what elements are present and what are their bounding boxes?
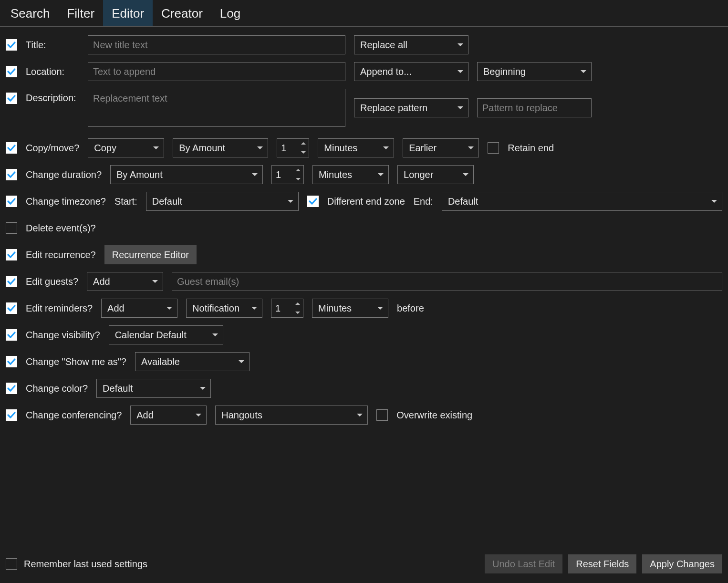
conferencing-checkbox[interactable]	[6, 409, 17, 421]
timezone-start-select[interactable]: Default	[146, 192, 299, 211]
chevron-down-icon	[252, 173, 258, 176]
title-mode-select[interactable]: Replace all	[354, 35, 468, 54]
description-pattern-input[interactable]	[477, 98, 592, 117]
reminders-mode-select[interactable]: Add	[101, 299, 177, 318]
conferencing-mode-select[interactable]: Add	[130, 406, 207, 425]
remember-settings-checkbox[interactable]	[6, 558, 17, 570]
color-label: Change color?	[26, 383, 88, 394]
recurrence-checkbox[interactable]	[6, 249, 17, 260]
chevron-down-icon	[257, 146, 263, 149]
description-input[interactable]	[88, 89, 345, 127]
color-select[interactable]: Default	[96, 379, 211, 398]
reminders-amount-input[interactable]	[271, 299, 292, 317]
duration-amount-spinner[interactable]	[271, 165, 304, 184]
spinner-down-button[interactable]	[298, 148, 309, 157]
reminders-label: Edit reminders?	[26, 303, 93, 314]
copymove-label: Copy/move?	[26, 143, 79, 154]
location-position-select[interactable]: Beginning	[477, 62, 592, 81]
showmeas-checkbox[interactable]	[6, 356, 17, 367]
timezone-start-label: Start:	[114, 196, 137, 207]
copymove-by-select[interactable]: By Amount	[173, 138, 268, 157]
timezone-label: Change timezone?	[26, 196, 106, 207]
chevron-down-icon	[200, 387, 206, 390]
reset-fields-button[interactable]: Reset Fields	[568, 554, 636, 573]
description-mode-select[interactable]: Replace pattern	[354, 98, 468, 117]
tab-editor[interactable]: Editor	[103, 0, 153, 26]
overwrite-existing-checkbox[interactable]	[376, 409, 388, 421]
location-checkbox[interactable]	[6, 66, 17, 77]
description-label: Description:	[26, 89, 79, 104]
conferencing-label: Change conferencing?	[26, 410, 122, 421]
copymove-direction-select[interactable]: Earlier	[403, 138, 479, 157]
visibility-select[interactable]: Calendar Default	[109, 325, 223, 344]
description-mode-value: Replace pattern	[360, 103, 427, 114]
spinner-up-button[interactable]	[293, 166, 303, 175]
reminders-checkbox[interactable]	[6, 302, 17, 314]
location-mode-select[interactable]: Append to...	[354, 62, 468, 81]
visibility-checkbox[interactable]	[6, 329, 17, 341]
chevron-down-icon	[377, 307, 383, 310]
different-end-zone-checkbox[interactable]	[307, 196, 319, 207]
reminders-unit-select[interactable]: Minutes	[312, 299, 388, 318]
duration-label: Change duration?	[26, 169, 102, 180]
chevron-down-icon	[468, 146, 474, 149]
showmeas-label: Change "Show me as"?	[26, 356, 126, 367]
spinner-up-button[interactable]	[292, 299, 303, 308]
delete-events-checkbox[interactable]	[6, 222, 17, 234]
duration-amount-input[interactable]	[272, 166, 293, 184]
recurrence-label: Edit recurrence?	[26, 250, 96, 260]
chevron-down-icon	[153, 146, 159, 149]
tab-creator[interactable]: Creator	[153, 0, 211, 26]
tab-filter[interactable]: Filter	[58, 0, 103, 26]
chevron-down-icon	[463, 173, 468, 176]
chevron-down-icon	[383, 146, 389, 149]
description-checkbox[interactable]	[6, 93, 17, 104]
spinner-down-button[interactable]	[292, 308, 303, 317]
title-checkbox[interactable]	[6, 39, 17, 51]
tab-search[interactable]: Search	[2, 0, 58, 26]
reminders-amount-spinner[interactable]	[271, 299, 303, 318]
copymove-unit-select[interactable]: Minutes	[318, 138, 394, 157]
copymove-amount-spinner[interactable]	[277, 138, 309, 157]
timezone-end-select[interactable]: Default	[442, 192, 722, 211]
chevron-down-icon	[581, 70, 586, 73]
showmeas-select[interactable]: Available	[135, 352, 250, 371]
location-input[interactable]	[88, 62, 345, 81]
overwrite-existing-label: Overwrite existing	[396, 410, 472, 421]
apply-changes-button[interactable]: Apply Changes	[642, 554, 722, 573]
visibility-label: Change visibility?	[26, 330, 100, 341]
color-checkbox[interactable]	[6, 383, 17, 394]
copymove-action-select[interactable]: Copy	[88, 138, 164, 157]
guests-mode-select[interactable]: Add	[87, 272, 163, 291]
spinner-up-button[interactable]	[298, 139, 309, 148]
reminders-type-select[interactable]: Notification	[186, 299, 262, 318]
chevron-down-icon	[711, 200, 717, 203]
duration-direction-select[interactable]: Longer	[397, 165, 474, 184]
tab-bar: Search Filter Editor Creator Log	[0, 0, 728, 27]
location-position-value: Beginning	[483, 66, 526, 77]
retain-end-checkbox[interactable]	[488, 142, 499, 154]
duration-checkbox[interactable]	[6, 169, 17, 180]
copymove-amount-input[interactable]	[277, 139, 298, 157]
tab-log[interactable]: Log	[211, 0, 249, 26]
guests-email-input[interactable]	[172, 272, 722, 291]
chevron-down-icon	[251, 307, 257, 310]
chevron-down-icon	[239, 360, 244, 363]
duration-by-select[interactable]: By Amount	[110, 165, 263, 184]
spinner-down-button[interactable]	[293, 175, 303, 184]
copymove-checkbox[interactable]	[6, 142, 17, 154]
conferencing-provider-select[interactable]: Hangouts	[215, 406, 368, 425]
undo-last-edit-button[interactable]: Undo Last Edit	[485, 554, 562, 573]
chevron-down-icon	[458, 43, 463, 46]
chevron-down-icon	[357, 414, 363, 416]
reminders-suffix-label: before	[397, 303, 424, 314]
guests-checkbox[interactable]	[6, 276, 17, 287]
timezone-checkbox[interactable]	[6, 196, 17, 207]
duration-unit-select[interactable]: Minutes	[312, 165, 389, 184]
title-input[interactable]	[88, 35, 345, 54]
chevron-down-icon	[212, 333, 218, 336]
recurrence-editor-button[interactable]: Recurrence Editor	[104, 245, 197, 264]
delete-events-label: Delete event(s)?	[26, 223, 96, 234]
different-end-zone-label: Different end zone	[327, 196, 405, 207]
chevron-down-icon	[288, 200, 293, 203]
